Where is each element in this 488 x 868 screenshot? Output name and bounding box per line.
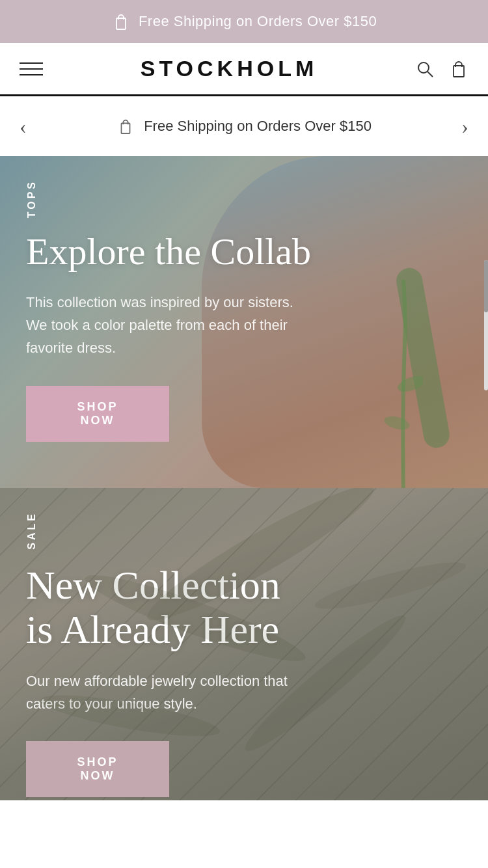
hero-section-sale: SALE New Collection is Already Here Our … bbox=[0, 488, 488, 800]
bag-icon-secondary bbox=[116, 117, 135, 135]
scrollbar[interactable] bbox=[484, 260, 488, 390]
svg-point-6 bbox=[384, 414, 411, 432]
svg-point-10 bbox=[38, 687, 223, 744]
search-icon[interactable] bbox=[415, 59, 435, 79]
leaf-decoration bbox=[0, 488, 488, 800]
hamburger-menu-icon[interactable] bbox=[20, 62, 43, 75]
hero-title-1: Explore the Collab bbox=[26, 231, 462, 273]
svg-rect-4 bbox=[122, 123, 130, 133]
shop-now-button-1[interactable]: SHOP NOW bbox=[26, 386, 169, 442]
cart-icon[interactable] bbox=[449, 59, 468, 79]
header: STOCKHOLM bbox=[0, 43, 488, 94]
secondary-announcement-bar: ‹ Free Shipping on Orders Over $150 › bbox=[0, 96, 488, 156]
header-icons bbox=[415, 59, 468, 79]
svg-point-5 bbox=[396, 373, 423, 395]
svg-point-1 bbox=[418, 62, 429, 73]
site-logo[interactable]: STOCKHOLM bbox=[141, 56, 318, 81]
next-arrow[interactable]: › bbox=[461, 116, 468, 137]
prev-arrow[interactable]: ‹ bbox=[20, 116, 27, 137]
svg-rect-0 bbox=[116, 18, 126, 29]
svg-line-2 bbox=[427, 72, 433, 77]
secondary-announcement-text: Free Shipping on Orders Over $150 bbox=[144, 118, 372, 135]
plant-decoration bbox=[384, 280, 423, 488]
announcement-bar: Free Shipping on Orders Over $150 bbox=[0, 0, 488, 43]
announcement-text: Free Shipping on Orders Over $150 bbox=[139, 13, 377, 30]
svg-point-11 bbox=[312, 554, 468, 617]
secondary-bar-content: Free Shipping on Orders Over $150 bbox=[116, 117, 372, 135]
hero-section-tops: TOPS Explore the Collab This collection … bbox=[0, 156, 488, 488]
hero-description-1: This collection was inspired by our sist… bbox=[26, 291, 312, 360]
bag-icon bbox=[111, 12, 131, 31]
svg-rect-3 bbox=[454, 66, 464, 77]
scrollbar-thumb[interactable] bbox=[484, 260, 488, 312]
category-label-tops: TOPS bbox=[26, 180, 38, 218]
